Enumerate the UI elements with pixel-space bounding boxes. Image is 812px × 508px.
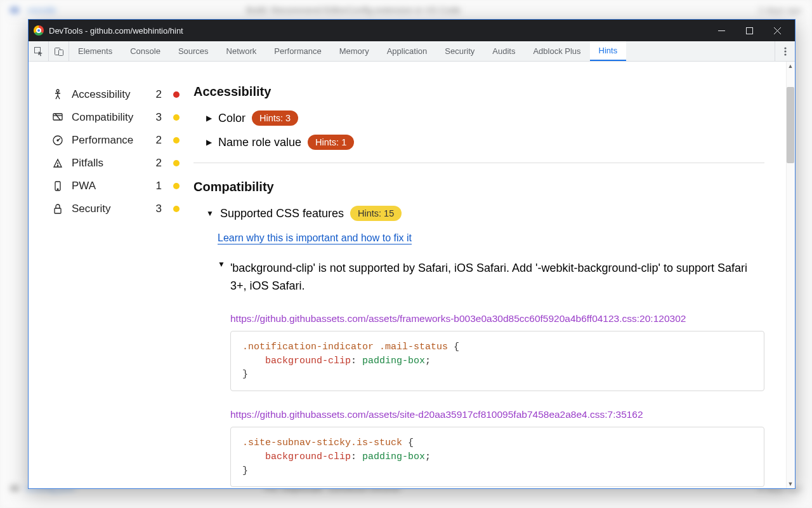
sidebar-item-count: 2 [156, 157, 162, 170]
sidebar-item-performance[interactable]: Performance 2 [51, 131, 180, 149]
sidebar-item-label: Accessibility [72, 88, 148, 101]
tab-security[interactable]: Security [436, 41, 483, 61]
inspect-element-icon[interactable] [29, 41, 49, 61]
sidebar-item-label: Compatibility [72, 111, 148, 124]
tab-adblock-plus[interactable]: Adblock Plus [524, 41, 589, 61]
status-dot-icon [173, 183, 180, 189]
close-button[interactable] [763, 20, 791, 41]
tab-audits[interactable]: Audits [483, 41, 524, 61]
category-sidebar: Accessibility 2 Compatibility 3 Performa… [29, 62, 186, 488]
sidebar-item-security[interactable]: Security 3 [51, 200, 180, 218]
hint-label: Name role value [218, 136, 301, 149]
code-snippet: .site-subnav-sticky.is-stuck { backgroun… [230, 427, 764, 487]
hints-panel: ▲ ▼ Accessibility 2 Compatibility 3 Perf… [29, 62, 795, 488]
sidebar-item-pitfalls[interactable]: Pitfalls 2 [51, 154, 180, 172]
disclosure-triangle-icon[interactable]: ▼ [218, 260, 225, 295]
performance-icon [51, 135, 64, 146]
devtools-window: DevTools - github.com/webhintio/hint Ele… [28, 19, 796, 489]
hint-detail[interactable]: ▼ 'background-clip' is not supported by … [218, 260, 764, 295]
svg-line-13 [55, 114, 60, 120]
section-title-compatibility: Compatibility [193, 180, 764, 194]
scroll-down-icon[interactable]: ▼ [786, 479, 795, 488]
status-dot-icon [173, 114, 180, 121]
maximize-button[interactable] [735, 20, 763, 41]
code-snippet: .notification-indicator .mail-status { b… [230, 331, 764, 391]
hint-supported-css[interactable]: ▼ Supported CSS features Hints: 15 [206, 206, 764, 221]
sidebar-item-label: Security [72, 203, 148, 215]
svg-point-9 [784, 53, 786, 55]
tab-elements[interactable]: Elements [69, 41, 121, 61]
sidebar-item-count: 2 [156, 88, 162, 101]
chrome-icon [34, 25, 44, 36]
tab-application[interactable]: Application [378, 41, 436, 61]
sidebar-item-accessibility[interactable]: Accessibility 2 [51, 86, 180, 104]
hint-color[interactable]: ▶ Color Hints: 3 [206, 110, 764, 126]
tab-hints[interactable]: Hints [590, 41, 627, 61]
window-title: DevTools - github.com/webhintio/hint [49, 26, 707, 36]
source-link[interactable]: https://github.githubassets.com/assets/f… [230, 313, 764, 324]
tab-network[interactable]: Network [218, 41, 266, 61]
svg-rect-6 [58, 50, 63, 55]
more-menu-icon[interactable] [775, 41, 795, 61]
hint-count-pill: Hints: 15 [350, 206, 402, 221]
tab-performance[interactable]: Performance [265, 41, 330, 61]
devtools-tabbar: ElementsConsoleSourcesNetworkPerformance… [29, 41, 795, 62]
sidebar-item-label: Performance [72, 134, 148, 147]
hint-name-role-value[interactable]: ▶ Name role value Hints: 1 [206, 135, 764, 150]
status-dot-icon [173, 160, 180, 166]
hint-count-pill: Hints: 1 [308, 135, 354, 150]
accessibility-icon [51, 89, 64, 100]
svg-rect-1 [746, 27, 752, 34]
titlebar[interactable]: DevTools - github.com/webhintio/hint [29, 20, 795, 41]
svg-point-7 [784, 47, 786, 49]
learn-more-link[interactable]: Learn why this is important and how to f… [218, 232, 412, 244]
section-title-accessibility: Accessibility [193, 84, 764, 99]
disclosure-triangle-icon[interactable]: ▼ [206, 209, 214, 218]
compatibility-icon [51, 112, 64, 123]
sidebar-item-label: Pitfalls [72, 157, 148, 170]
device-toolbar-icon[interactable] [49, 41, 69, 61]
svg-rect-20 [55, 208, 61, 213]
svg-point-19 [57, 189, 58, 190]
hint-detail-text: 'background-clip' is not supported by Sa… [230, 260, 764, 295]
sidebar-item-label: PWA [72, 180, 148, 192]
pwa-icon [51, 180, 64, 192]
disclosure-triangle-icon[interactable]: ▶ [206, 138, 212, 147]
hints-main: Accessibility ▶ Color Hints: 3▶ Name rol… [186, 62, 795, 488]
sidebar-item-count: 3 [156, 111, 162, 124]
sidebar-item-pwa[interactable]: PWA 1 [51, 177, 180, 195]
tab-sources[interactable]: Sources [169, 41, 218, 61]
svg-point-17 [57, 165, 58, 166]
hint-count-pill: Hints: 3 [252, 110, 298, 126]
disclosure-triangle-icon[interactable]: ▶ [206, 114, 212, 123]
sidebar-item-count: 3 [156, 203, 162, 215]
status-dot-icon [173, 91, 180, 98]
sidebar-item-compatibility[interactable]: Compatibility 3 [51, 109, 180, 126]
svg-point-10 [56, 90, 59, 92]
hint-label: Color [218, 112, 246, 125]
minimize-button[interactable] [707, 20, 735, 41]
source-link[interactable]: https://github.githubassets.com/assets/s… [230, 409, 764, 420]
status-dot-icon [173, 137, 180, 144]
scroll-up-icon[interactable]: ▲ [786, 62, 795, 70]
scrollbar-thumb[interactable] [787, 87, 794, 163]
tab-console[interactable]: Console [121, 41, 169, 61]
status-dot-icon [173, 206, 180, 212]
sidebar-item-count: 2 [156, 134, 162, 147]
tab-memory[interactable]: Memory [331, 41, 378, 61]
sidebar-item-count: 1 [156, 180, 162, 192]
svg-point-15 [57, 140, 58, 141]
section-divider [193, 163, 764, 163]
hint-label: Supported CSS features [220, 207, 344, 220]
pitfalls-icon [51, 157, 64, 169]
security-icon [51, 203, 64, 215]
svg-point-8 [784, 50, 786, 52]
